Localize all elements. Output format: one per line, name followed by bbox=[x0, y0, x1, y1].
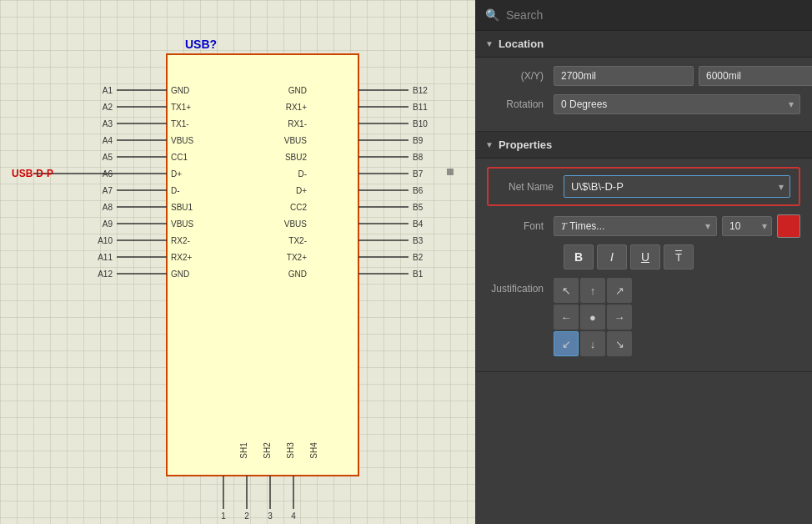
svg-text:VBUS: VBUS bbox=[171, 136, 194, 145]
justification-row: Justification ↖ ↑ ↗ ← ● → ↙ ↓ ↘ bbox=[487, 278, 800, 356]
svg-text:B10: B10 bbox=[413, 119, 428, 128]
underline-button[interactable]: U bbox=[630, 244, 660, 270]
font-dropdown-wrap[interactable]: 𝑇 Times... Arial Courier bbox=[554, 216, 717, 236]
svg-text:SH2: SH2 bbox=[263, 442, 272, 459]
svg-text:TX1-: TX1- bbox=[171, 119, 189, 128]
svg-text:A1: A1 bbox=[103, 86, 113, 95]
svg-text:SBU2: SBU2 bbox=[285, 153, 308, 162]
properties-section-header[interactable]: ▼ Properties bbox=[475, 132, 812, 159]
just-top-left[interactable]: ↖ bbox=[554, 278, 579, 303]
svg-text:GND: GND bbox=[171, 270, 189, 279]
svg-text:B6: B6 bbox=[413, 186, 424, 195]
justification-label: Justification bbox=[487, 278, 554, 295]
svg-text:A7: A7 bbox=[103, 186, 113, 195]
font-size-wrap[interactable]: 10 12 14 16 bbox=[722, 216, 772, 236]
svg-text:VBUS: VBUS bbox=[171, 219, 194, 229]
svg-text:B7: B7 bbox=[413, 169, 424, 179]
svg-text:TX1+: TX1+ bbox=[171, 103, 191, 112]
text-style-row: B I U T bbox=[487, 244, 800, 270]
svg-text:A12: A12 bbox=[98, 270, 113, 279]
y-coordinate-input[interactable] bbox=[699, 66, 812, 86]
just-mid-left[interactable]: ← bbox=[554, 305, 579, 330]
svg-text:A10: A10 bbox=[98, 236, 113, 245]
svg-text:A8: A8 bbox=[103, 203, 113, 212]
rotation-label: Rotation bbox=[487, 98, 554, 110]
net-name-label: Net Name bbox=[497, 181, 564, 193]
svg-text:A5: A5 bbox=[103, 153, 113, 162]
svg-text:A6: A6 bbox=[103, 169, 113, 179]
svg-text:D+: D+ bbox=[171, 169, 182, 179]
svg-text:CC2: CC2 bbox=[290, 203, 307, 212]
search-bar[interactable]: 🔍 bbox=[475, 0, 812, 31]
svg-text:D-: D- bbox=[298, 169, 307, 179]
font-size-select[interactable]: 10 12 14 16 bbox=[722, 216, 772, 236]
svg-text:B8: B8 bbox=[413, 153, 424, 162]
properties-section-body: Net Name Font 𝑇 Times... Arial Courier bbox=[475, 159, 812, 372]
svg-text:SH4: SH4 bbox=[309, 442, 318, 459]
svg-text:B3: B3 bbox=[413, 236, 424, 245]
color-swatch[interactable] bbox=[777, 214, 800, 238]
font-controls: 𝑇 Times... Arial Courier 10 12 14 16 bbox=[554, 214, 800, 238]
svg-text:B12: B12 bbox=[413, 86, 428, 95]
net-name-input-wrap[interactable] bbox=[564, 175, 790, 198]
svg-text:B1: B1 bbox=[413, 270, 424, 279]
svg-text:USB-D-P: USB-D-P bbox=[12, 168, 53, 179]
svg-text:SH3: SH3 bbox=[286, 442, 295, 459]
svg-text:D-: D- bbox=[171, 186, 180, 195]
rotation-select[interactable]: 0 Degrees 90 Degrees 180 Degrees 270 Deg… bbox=[554, 94, 800, 114]
svg-text:B2: B2 bbox=[413, 253, 424, 262]
just-bot-left[interactable]: ↙ bbox=[554, 331, 579, 356]
font-field-row: Font 𝑇 Times... Arial Courier 10 12 bbox=[487, 214, 800, 238]
just-bot-right[interactable]: ↘ bbox=[607, 331, 632, 356]
search-input[interactable] bbox=[506, 8, 802, 22]
xy-label: (X/Y) bbox=[487, 70, 554, 82]
search-icon: 🔍 bbox=[485, 8, 499, 22]
font-select[interactable]: 𝑇 Times... Arial Courier bbox=[554, 216, 717, 236]
svg-text:B9: B9 bbox=[413, 136, 424, 145]
svg-text:A2: A2 bbox=[103, 103, 113, 112]
svg-rect-21 bbox=[447, 169, 454, 175]
location-section-header[interactable]: ▼ Location bbox=[475, 31, 812, 58]
rotation-dropdown-wrap[interactable]: 0 Degrees 90 Degrees 180 Degrees 270 Deg… bbox=[554, 94, 800, 114]
net-name-input[interactable] bbox=[564, 175, 790, 198]
svg-text:USB?: USB? bbox=[185, 38, 217, 51]
properties-panel: ▼ Location (X/Y) Rotation 0 Degrees 90 D… bbox=[475, 31, 812, 524]
svg-text:TX2-: TX2- bbox=[288, 236, 307, 245]
svg-text:RX1+: RX1+ bbox=[286, 103, 307, 112]
svg-text:SH1: SH1 bbox=[239, 442, 248, 459]
justification-grid: ↖ ↑ ↗ ← ● → ↙ ↓ ↘ bbox=[554, 278, 632, 356]
svg-text:1: 1 bbox=[221, 511, 226, 521]
svg-rect-1 bbox=[167, 54, 358, 476]
svg-text:GND: GND bbox=[288, 86, 307, 95]
just-mid-right[interactable]: → bbox=[607, 305, 632, 330]
svg-text:A9: A9 bbox=[103, 219, 113, 229]
schematic-svg: USB? A1 GND A2 TX1+ A3 TX1- A4 VBUS A5 C… bbox=[0, 0, 475, 524]
svg-text:D+: D+ bbox=[296, 186, 307, 195]
svg-text:B4: B4 bbox=[413, 219, 424, 229]
svg-text:A3: A3 bbox=[103, 119, 113, 128]
just-bot-center[interactable]: ↓ bbox=[580, 331, 605, 356]
svg-text:RX2-: RX2- bbox=[171, 236, 190, 245]
x-coordinate-input[interactable] bbox=[554, 66, 694, 86]
strikethrough-button[interactable]: T bbox=[664, 244, 694, 270]
italic-button[interactable]: I bbox=[597, 244, 627, 270]
svg-text:3: 3 bbox=[268, 511, 273, 521]
svg-text:4: 4 bbox=[291, 511, 296, 521]
font-label: Font bbox=[487, 220, 554, 232]
svg-text:B5: B5 bbox=[413, 203, 424, 212]
svg-text:TX2+: TX2+ bbox=[287, 253, 307, 262]
svg-text:RX1-: RX1- bbox=[288, 119, 307, 128]
svg-text:GND: GND bbox=[288, 270, 307, 279]
bold-button[interactable]: B bbox=[564, 244, 594, 270]
just-top-right[interactable]: ↗ bbox=[607, 278, 632, 303]
just-mid-center[interactable]: ● bbox=[580, 305, 605, 330]
svg-text:CC1: CC1 bbox=[171, 153, 188, 162]
svg-text:B11: B11 bbox=[413, 103, 428, 112]
svg-text:SBU1: SBU1 bbox=[171, 203, 193, 212]
just-top-center[interactable]: ↑ bbox=[580, 278, 605, 303]
svg-text:A4: A4 bbox=[103, 136, 113, 145]
xy-field-row: (X/Y) bbox=[487, 66, 800, 86]
schematic-canvas[interactable]: USB? A1 GND A2 TX1+ A3 TX1- A4 VBUS A5 C… bbox=[0, 0, 475, 524]
svg-text:VBUS: VBUS bbox=[284, 136, 308, 145]
location-section-title: Location bbox=[499, 38, 544, 50]
